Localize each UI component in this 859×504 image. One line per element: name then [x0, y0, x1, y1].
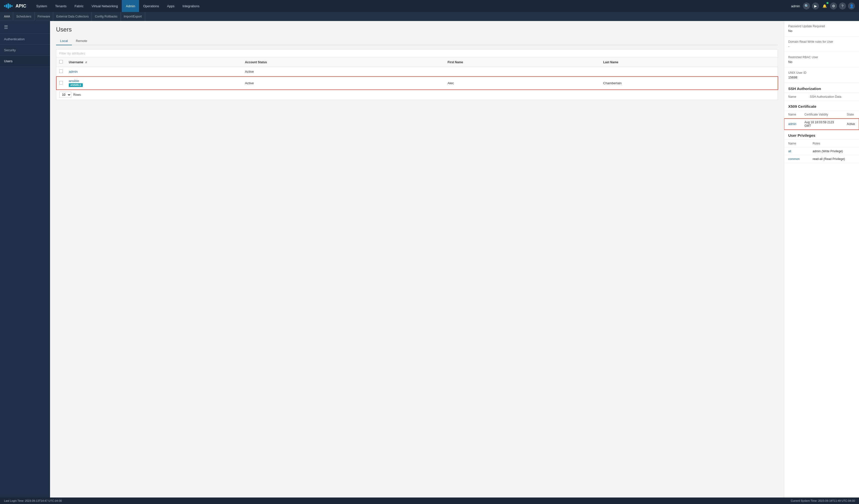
sidebar-item-users[interactable]: Users	[0, 56, 50, 67]
select-all-header[interactable]	[56, 58, 66, 67]
priv-roles-all: admin (Write Privilege)	[809, 148, 859, 155]
rp-restricted-rbac: Restricted RBAC User No	[784, 52, 859, 67]
rows-per-page-select[interactable]: 10 25 50	[59, 92, 71, 98]
rp-domain-read-write: Domain Read Write rules for User -	[784, 36, 859, 52]
table-header-row: Username ⇵ Account Status First Name Las…	[56, 58, 778, 67]
column-first-name: First Name	[444, 58, 600, 67]
settings-button[interactable]: ⚙	[830, 2, 837, 10]
username-label: admin	[791, 4, 800, 8]
x509-table: Name Certificate Validity State admin Au…	[784, 111, 859, 130]
tab-local[interactable]: Local	[56, 37, 72, 45]
rp-domain-label: Domain Read Write rules for User	[788, 40, 855, 44]
table-row[interactable]: ansible ANSIBLE Active Alec Chamberlain	[56, 76, 778, 90]
subnav-external-data[interactable]: External Data Collectors	[53, 12, 92, 21]
svg-rect-4	[11, 5, 13, 6]
nav-apps[interactable]: Apps	[163, 0, 179, 12]
nav-admin[interactable]: Admin	[122, 0, 139, 12]
notification-button[interactable]: 🔔	[821, 2, 828, 10]
main-content: Users Local Remote Filter by attributes	[50, 21, 784, 498]
x509-col-state: State	[843, 111, 859, 119]
row-2-username: ansible ANSIBLE	[66, 76, 242, 90]
username-col-label: Username	[69, 61, 83, 64]
priv-col-roles: Roles	[809, 140, 859, 148]
subnav-config-rollbacks[interactable]: Config Rollbacks	[92, 12, 121, 21]
ssh-table: Name SSH Authorization Data	[784, 93, 859, 101]
x509-row[interactable]: admin Aug 18 18:03:59 2123 GMT Active	[784, 119, 859, 130]
row-2-status: Active	[242, 76, 444, 90]
row-checkbox-cell[interactable]	[56, 67, 66, 76]
x509-state: Active	[843, 119, 859, 130]
cisco-logo-icon	[4, 3, 13, 9]
sidebar-item-security[interactable]: Security	[0, 45, 50, 56]
priv-link-all[interactable]: all	[788, 150, 791, 153]
priv-col-name: Name	[784, 140, 809, 148]
row-2-checkbox-cell[interactable]	[56, 76, 66, 90]
priv-row-common[interactable]: common read-all (Read Privilege)	[784, 155, 859, 163]
column-username: Username ⇵	[66, 58, 242, 67]
current-system-time: Current System Time: 2023-09-18T11:49 UT…	[791, 499, 855, 502]
user-button[interactable]: 👤	[848, 2, 855, 10]
subnav-aaa[interactable]: AAA	[4, 12, 13, 21]
rp-ssh-title: SSH Authorization	[784, 83, 859, 93]
x509-name: admin	[784, 119, 800, 130]
x509-name-link[interactable]: admin	[788, 122, 797, 126]
username-sort-icon[interactable]: ⇵	[85, 61, 87, 64]
table-row[interactable]: admin Active	[56, 67, 778, 76]
sidebar: ☰ Authentication Security Users	[0, 21, 50, 498]
svg-rect-2	[7, 3, 9, 9]
row-1-checkbox[interactable]	[59, 70, 63, 73]
x509-header-row: Name Certificate Validity State	[784, 111, 859, 119]
priv-link-common[interactable]: common	[788, 157, 800, 161]
main-layout: ☰ Authentication Security Users Users Lo…	[0, 21, 859, 498]
page-title: Users	[56, 26, 778, 33]
nav-integrations[interactable]: Integrations	[178, 0, 204, 12]
priv-name-common: common	[784, 155, 809, 163]
nav-system[interactable]: System	[32, 0, 51, 12]
rp-unix-user-id: UNIX User ID 15698	[784, 67, 859, 83]
logo-area: APIC	[4, 3, 26, 9]
nav-operations[interactable]: Operations	[139, 0, 163, 12]
rp-unix-value: 15698	[788, 76, 855, 79]
privileges-table: Name Roles all admin (Write Privilege) c…	[784, 140, 859, 163]
x509-col-name: Name	[784, 111, 800, 119]
svg-rect-3	[10, 4, 11, 8]
filter-bar[interactable]: Filter by attributes	[56, 49, 778, 58]
app-title: APIC	[15, 3, 26, 9]
tab-remote[interactable]: Remote	[72, 37, 91, 45]
column-last-name: Last Name	[600, 58, 778, 67]
status-bar: Last Login Time: 2023-09-13T14:47 UTC-04…	[0, 498, 859, 504]
rp-password-update-value: No	[788, 29, 855, 33]
video-button[interactable]: ▶	[812, 2, 819, 10]
select-all-checkbox[interactable]	[59, 60, 63, 63]
rp-rbac-label: Restricted RBAC User	[788, 56, 855, 59]
last-login-time: Last Login Time: 2023-09-13T14:47 UTC-04…	[4, 499, 62, 502]
rp-domain-value: -	[788, 45, 855, 48]
username-link-admin[interactable]: admin	[69, 70, 77, 74]
nav-virtual-networking[interactable]: Virtual Networking	[88, 0, 122, 12]
sidebar-toggle[interactable]: ☰	[0, 21, 50, 34]
right-panel: Password Update Required No Domain Read …	[784, 21, 859, 498]
nav-tenants[interactable]: Tenants	[51, 0, 71, 12]
rp-password-update: Password Update Required No	[784, 21, 859, 36]
rp-rbac-value: No	[788, 60, 855, 64]
rp-privileges-title: User Privileges	[784, 130, 859, 140]
search-button[interactable]: 🔍	[803, 2, 810, 10]
filter-placeholder: Filter by attributes	[59, 51, 85, 55]
ansible-badge: ANSIBLE	[69, 83, 83, 87]
nav-fabric[interactable]: Fabric	[71, 0, 88, 12]
x509-col-validity: Certificate Validity	[800, 111, 843, 119]
priv-roles-common: read-all (Read Privilege)	[809, 155, 859, 163]
privileges-header-row: Name Roles	[784, 140, 859, 148]
sidebar-item-authentication[interactable]: Authentication	[0, 34, 50, 45]
subnav-firmware[interactable]: Firmware	[34, 12, 53, 21]
top-bar: APIC System Tenants Fabric Virtual Netwo…	[0, 0, 859, 12]
priv-row-all[interactable]: all admin (Write Privilege)	[784, 148, 859, 155]
top-bar-right: admin 🔍 ▶ 🔔 ⚙ ? 👤	[791, 2, 855, 10]
sub-navigation: AAA Schedulers Firmware External Data Co…	[0, 12, 859, 21]
subnav-schedulers[interactable]: Schedulers	[13, 12, 34, 21]
help-button[interactable]: ?	[839, 2, 846, 10]
row-2-checkbox[interactable]	[59, 81, 63, 85]
subnav-import-export[interactable]: Import/Export	[121, 12, 145, 21]
row-1-firstname	[444, 67, 600, 76]
username-link-ansible[interactable]: ansible	[69, 79, 79, 83]
